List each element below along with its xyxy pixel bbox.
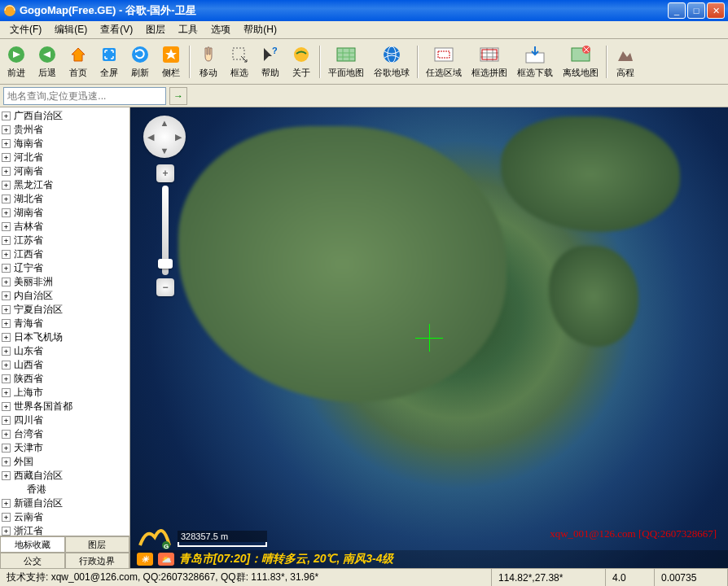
tree-item-label[interactable]: 美丽非洲 — [14, 275, 53, 289]
tree-expander-icon[interactable]: + — [2, 195, 11, 203]
tree-item[interactable]: +天津市 — [2, 441, 128, 455]
tree-expander-icon[interactable]: + — [2, 471, 11, 480]
tree-expander-icon[interactable]: + — [2, 139, 11, 148]
tree-item[interactable]: +美丽非洲 — [2, 275, 128, 289]
pan-left-button[interactable]: ◀ — [145, 131, 156, 142]
sidebar-button[interactable]: 侧栏 — [156, 42, 186, 81]
tree-item[interactable]: +海南省 — [2, 137, 128, 151]
tree-item-label[interactable]: 黑龙江省 — [14, 178, 53, 192]
tree-expander-icon[interactable]: + — [2, 291, 11, 300]
tree-item-label[interactable]: 世界各国首都 — [14, 400, 72, 413]
tree-item[interactable]: +陕西省 — [2, 372, 128, 386]
tree-item[interactable]: +河北省 — [2, 151, 128, 164]
tree-expander-icon[interactable]: + — [2, 402, 11, 411]
tab-landmarks[interactable]: 地标收藏 — [0, 536, 65, 553]
tree-item[interactable]: +新疆自治区 — [2, 496, 128, 510]
tree-expander-icon[interactable]: + — [2, 444, 11, 453]
tree-item-label[interactable]: 河南省 — [14, 164, 43, 178]
zoom-slider-handle[interactable] — [158, 259, 173, 269]
tree-item[interactable]: +江西省 — [2, 247, 128, 261]
tree-expander-icon[interactable]: + — [2, 222, 11, 231]
fullscreen-button[interactable]: 全屏 — [94, 42, 124, 81]
select-area-button[interactable]: 任选区域 — [422, 42, 466, 81]
move-button[interactable]: 移动 — [194, 42, 223, 81]
offline-map-button[interactable]: 离线地图 — [559, 42, 603, 81]
tree-item-label[interactable]: 宁夏自治区 — [14, 303, 63, 317]
tree-item[interactable]: +上海市 — [2, 386, 128, 400]
menu-options[interactable]: 选项 — [204, 21, 237, 38]
search-go-button[interactable]: → — [169, 87, 187, 105]
region-tree[interactable]: +广西自治区+贵州省+海南省+河北省+河南省+黑龙江省+湖北省+湖南省+吉林省+… — [0, 107, 129, 536]
google-earth-button[interactable]: 谷歌地球 — [370, 42, 414, 81]
menu-help[interactable]: 帮助(H) — [237, 21, 283, 38]
forward-button[interactable]: 前进 — [2, 42, 31, 81]
tree-item[interactable]: +黑龙江省 — [2, 178, 128, 192]
tree-item-label[interactable]: 吉林省 — [14, 220, 43, 234]
tree-item-label[interactable]: 台湾省 — [14, 427, 43, 441]
tree-item-label[interactable]: 陕西省 — [14, 372, 43, 386]
menu-layers[interactable]: 图层 — [139, 21, 172, 38]
tree-item-label[interactable]: 湖北省 — [14, 192, 43, 206]
menu-edit[interactable]: 编辑(E) — [48, 21, 94, 38]
tree-expander-icon[interactable]: + — [2, 236, 11, 245]
tree-expander-icon[interactable]: + — [2, 112, 11, 120]
zoom-out-button[interactable]: − — [156, 278, 174, 296]
tree-expander-icon[interactable]: + — [2, 374, 11, 383]
tree-item-label[interactable]: 广西自治区 — [14, 109, 63, 123]
tree-item[interactable]: +辽宁省 — [2, 261, 128, 275]
tree-item-label[interactable]: 山西省 — [14, 358, 43, 372]
tree-item-label[interactable]: 海南省 — [14, 137, 43, 151]
box-select-button[interactable]: 框选 — [225, 42, 254, 81]
tree-item-label[interactable]: 天津市 — [14, 441, 43, 455]
tree-item[interactable]: +内自治区 — [2, 289, 128, 303]
tree-expander-icon[interactable]: + — [2, 125, 11, 134]
tree-item-label[interactable]: 西藏自治区 — [14, 469, 63, 483]
tree-item-label[interactable]: 河北省 — [14, 151, 43, 164]
tree-item-label[interactable]: 浙江省 — [14, 524, 43, 536]
tree-item[interactable]: +云南省 — [2, 510, 128, 524]
box-download-button[interactable]: 框选下载 — [513, 42, 557, 81]
tree-item[interactable]: +浙江省 — [2, 524, 128, 536]
tree-expander-icon[interactable]: + — [2, 264, 11, 273]
menu-file[interactable]: 文件(F) — [3, 21, 48, 38]
tree-item[interactable]: +香港 — [2, 483, 128, 496]
elevation-button[interactable]: 高程 — [611, 42, 640, 81]
tree-expander-icon[interactable]: + — [2, 305, 11, 314]
maximize-button[interactable]: □ — [687, 2, 705, 19]
tree-expander-icon[interactable]: + — [2, 250, 11, 259]
menu-view[interactable]: 查看(V) — [94, 21, 139, 38]
tree-expander-icon[interactable]: + — [2, 278, 11, 286]
tree-expander-icon[interactable]: + — [2, 513, 11, 522]
tree-item-label[interactable]: 内自治区 — [14, 289, 53, 303]
pan-right-button[interactable]: ▶ — [173, 131, 184, 142]
search-input[interactable] — [3, 87, 166, 105]
tree-item-label[interactable]: 香港 — [27, 483, 46, 496]
tree-item[interactable]: +湖北省 — [2, 192, 128, 206]
tree-item[interactable]: +山西省 — [2, 358, 128, 372]
tree-item[interactable]: +吉林省 — [2, 220, 128, 234]
tree-item[interactable]: +山东省 — [2, 344, 128, 358]
tree-item[interactable]: +世界各国首都 — [2, 400, 128, 413]
close-button[interactable]: ✕ — [707, 2, 725, 19]
pan-up-button[interactable]: ▲ — [159, 117, 170, 129]
tab-admin[interactable]: 行政边界 — [65, 553, 130, 569]
tree-item[interactable]: +外国 — [2, 455, 128, 469]
tree-item[interactable]: +台湾省 — [2, 427, 128, 441]
tree-item-label[interactable]: 山东省 — [14, 344, 43, 358]
tree-item-label[interactable]: 日本飞机场 — [14, 330, 63, 344]
tree-expander-icon[interactable]: + — [2, 153, 11, 162]
tree-expander-icon[interactable]: + — [2, 319, 11, 328]
tree-item[interactable]: +江苏省 — [2, 234, 128, 247]
tree-item[interactable]: +宁夏自治区 — [2, 303, 128, 317]
tree-item-label[interactable]: 湖南省 — [14, 206, 43, 220]
tree-expander-icon[interactable]: + — [2, 416, 11, 425]
help-button[interactable]: ?帮助 — [256, 42, 285, 81]
tree-item-label[interactable]: 四川省 — [14, 413, 43, 427]
back-button[interactable]: 后退 — [33, 42, 62, 81]
tree-item-label[interactable]: 贵州省 — [14, 123, 43, 137]
tree-expander-icon[interactable]: + — [2, 430, 11, 439]
tree-item[interactable]: +西藏自治区 — [2, 469, 128, 483]
tree-expander-icon[interactable]: + — [2, 361, 11, 370]
tree-expander-icon[interactable]: + — [2, 208, 11, 217]
tree-expander-icon[interactable]: + — [2, 527, 11, 536]
